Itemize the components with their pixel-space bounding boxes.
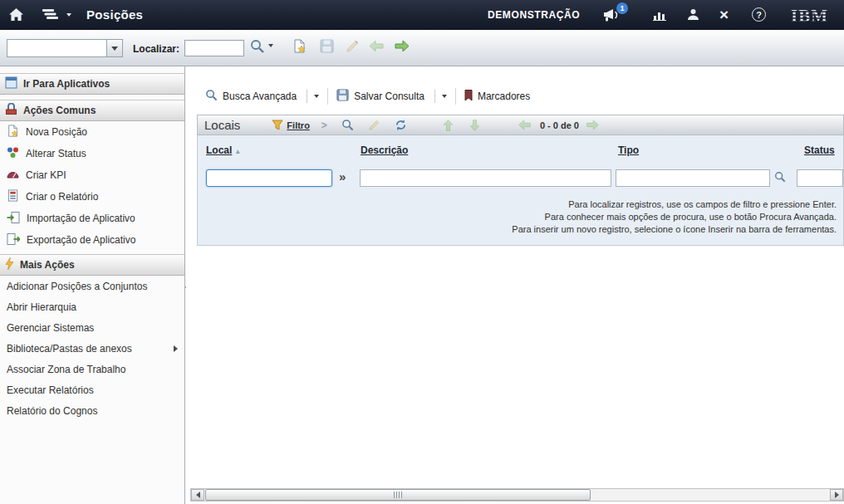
- common-actions-label: Ações Comuns: [23, 105, 96, 116]
- sidebar-item-abrir-hierarquia[interactable]: Abrir Hierarquia: [0, 296, 184, 317]
- new-record-icon: [7, 125, 19, 140]
- sidebar-item-importacao-aplicativo[interactable]: Importação de Aplicativo: [0, 208, 184, 229]
- localizar-input[interactable]: [184, 40, 244, 56]
- combobox-value: [7, 40, 106, 56]
- help-icon[interactable]: ?: [752, 7, 766, 22]
- column-header-status[interactable]: Status: [804, 144, 835, 156]
- sort-ascending-icon: ▲: [234, 148, 241, 155]
- apps-menu-caret-icon[interactable]: [66, 13, 71, 17]
- save-icon: [320, 39, 334, 53]
- sidebar-item-gerenciar-sistemas[interactable]: Gerenciar Sistemas: [0, 317, 184, 338]
- sidebar-item-label: Nova Posição: [26, 126, 87, 138]
- help-line: Para conhecer mais opções de procura, us…: [512, 211, 837, 223]
- sidebar-item-label: Biblioteca/Pastas de anexos: [7, 343, 132, 355]
- search-options-caret-icon[interactable]: [268, 44, 273, 47]
- help-line: Para localizar registros, use os campos …: [512, 198, 837, 211]
- sidebar-item-relatorio-cognos[interactable]: Relatório do Cognos: [0, 400, 184, 421]
- sidebar-item-label: Gerenciar Sistemas: [7, 322, 94, 334]
- main-toolbar: Localizar:: [0, 30, 844, 66]
- sidebar-go-to-applications[interactable]: Ir Para Aplicativos: [0, 73, 184, 95]
- toolbox-icon: [5, 103, 17, 118]
- help-line: Para inserir um novo registro, selecione…: [512, 223, 837, 236]
- scroll-right-button[interactable]: [830, 489, 843, 501]
- home-icon[interactable]: [8, 7, 24, 22]
- scrollbar-thumb[interactable]: [205, 489, 591, 501]
- horizontal-scrollbar[interactable]: [190, 488, 844, 502]
- sidebar-common-actions-header[interactable]: Ações Comuns: [0, 100, 184, 121]
- apps-menu-icon[interactable]: [42, 8, 60, 21]
- bookmarks-button[interactable]: Marcadores: [456, 86, 538, 107]
- clear-changes-icon: [346, 39, 360, 53]
- save-query-caret-icon[interactable]: [442, 95, 447, 98]
- sidebar-item-criar-kpi[interactable]: Criar KPI: [0, 164, 184, 186]
- sidebar-item-label: Criar KPI: [26, 169, 66, 181]
- grid-search-icon[interactable]: [341, 119, 354, 131]
- sidebar-more-actions-header[interactable]: Mais Ações: [0, 254, 184, 276]
- sidebar-item-label: Abrir Hierarquia: [7, 301, 76, 313]
- sidebar-item-nova-posicao[interactable]: Nova Posição: [0, 121, 184, 143]
- sidebar-item-biblioteca-pastas-anexos[interactable]: Biblioteca/Pastas de anexos: [0, 338, 184, 359]
- applications-icon: [5, 76, 17, 91]
- sidebar-item-adicionar-posicoes-conjuntos[interactable]: Adicionar Posições a Conjuntos: [0, 276, 184, 296]
- import-application-icon: [7, 211, 20, 227]
- page-title: Posições: [86, 7, 143, 22]
- refresh-icon[interactable]: [395, 119, 407, 131]
- reports-chart-icon[interactable]: [653, 9, 667, 21]
- environment-label: DEMONSTRAÇÃO: [488, 9, 580, 21]
- next-record-icon[interactable]: [394, 39, 410, 53]
- column-header-descricao[interactable]: Descrição: [361, 144, 408, 156]
- search-icon[interactable]: [250, 39, 265, 54]
- new-record-icon[interactable]: [292, 39, 307, 54]
- quick-insert-combobox[interactable]: [7, 39, 123, 57]
- advanced-search-icon: [205, 89, 218, 104]
- sidebar-item-label: Adicionar Posições a Conjuntos: [7, 281, 147, 292]
- filter-tipo-input[interactable]: [616, 169, 770, 187]
- next-page-icon: [586, 119, 600, 131]
- sidebar-item-label: Executar Relatórios: [7, 384, 94, 396]
- expand-filter-icon[interactable]: »: [339, 169, 346, 183]
- column-header-tipo[interactable]: Tipo: [618, 144, 639, 156]
- combobox-dropdown-button[interactable]: [106, 40, 122, 56]
- filter-toggle-link[interactable]: Filtro: [287, 120, 310, 130]
- profile-icon[interactable]: [687, 8, 699, 21]
- filter-local-input[interactable]: [206, 169, 332, 187]
- more-actions-label: Mais Ações: [20, 259, 75, 271]
- grid-title: Locais: [204, 118, 240, 132]
- column-header-local[interactable]: Local▲: [206, 144, 241, 156]
- sidebar-item-label: Exportação de Aplicativo: [27, 234, 135, 246]
- sidebar-item-label: Criar o Relatório: [26, 191, 98, 203]
- scroll-left-button[interactable]: [191, 489, 204, 501]
- save-query-button[interactable]: Salvar Consulta: [328, 86, 455, 107]
- topbar: Posições DEMONSTRAÇÃO 1 × ? IBM: [0, 0, 844, 30]
- go-to-label: Ir Para Aplicativos: [23, 78, 110, 90]
- sidebar: Ir Para Aplicativos Ações Comuns Nova Po…: [0, 66, 185, 504]
- sidebar-item-associar-zona-trabalho[interactable]: Associar Zona de Trabalho: [0, 359, 184, 379]
- sidebar-item-criar-relatorio[interactable]: Criar o Relatório: [0, 186, 184, 208]
- filter-status-input[interactable]: [797, 169, 843, 187]
- grid-titlebar: Locais Filtro > 0 - 0 de 0: [197, 115, 844, 135]
- lightning-icon: [5, 257, 14, 272]
- advanced-search-caret-icon[interactable]: [314, 95, 319, 98]
- sidebar-item-exportacao-aplicativo[interactable]: Exportação de Aplicativo: [0, 229, 184, 251]
- sidebar-item-executar-relatorios[interactable]: Executar Relatórios: [0, 379, 184, 400]
- logout-close-icon[interactable]: ×: [719, 6, 729, 24]
- save-query-icon: [336, 89, 349, 104]
- filter-funnel-icon[interactable]: [272, 120, 283, 130]
- previous-page-icon: [518, 119, 532, 131]
- filter-descricao-input[interactable]: [360, 169, 611, 187]
- scrollbar-grip: [394, 492, 402, 498]
- tipo-lookup-icon[interactable]: [774, 171, 786, 185]
- export-application-icon: [7, 232, 20, 248]
- pagination-range: 0 - 0 de 0: [540, 120, 579, 130]
- main-content: Busca Avançada Salvar Consulta Marcadore…: [186, 66, 844, 504]
- save-query-label: Salvar Consulta: [354, 91, 424, 102]
- sidebar-item-alterar-status[interactable]: Alterar Status: [0, 143, 184, 164]
- advanced-search-button[interactable]: Busca Avançada: [197, 86, 327, 107]
- filter-expand-chevron[interactable]: >: [321, 120, 327, 131]
- next-row-icon: [469, 119, 481, 132]
- sidebar-item-label: Associar Zona de Trabalho: [7, 364, 125, 375]
- ibm-logo: IBM: [791, 6, 828, 27]
- advanced-search-label: Busca Avançada: [223, 91, 297, 102]
- grid-body: Local▲ Descrição Tipo Status » Para loca…: [197, 135, 844, 246]
- change-status-icon: [7, 146, 19, 161]
